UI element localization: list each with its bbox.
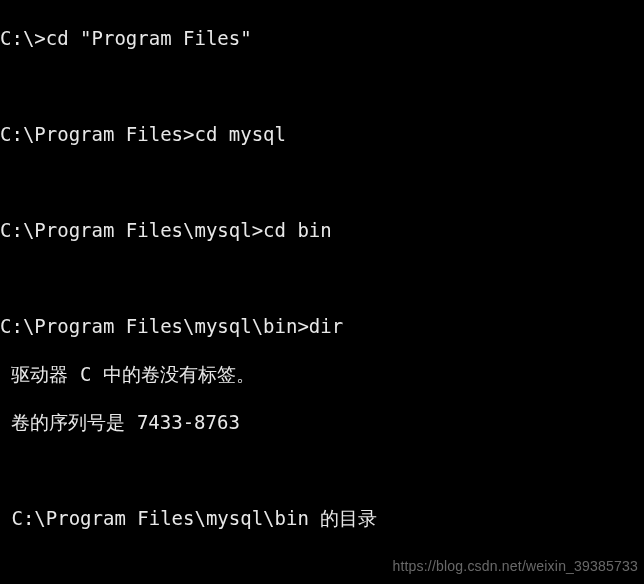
prompt: C:\Program Files> xyxy=(0,123,194,145)
cmd-line: C:\Program Files\mysql\bin>dir xyxy=(0,314,644,338)
command-text: cd mysql xyxy=(194,123,286,145)
command-text: cd "Program Files" xyxy=(46,27,252,49)
dir-volume-line: 驱动器 C 中的卷没有标签。 xyxy=(0,362,644,386)
prompt: C:\Program Files\mysql\bin> xyxy=(0,315,309,337)
prompt: C:\> xyxy=(0,27,46,49)
prompt: C:\Program Files\mysql> xyxy=(0,219,263,241)
dir-serial-line: 卷的序列号是 7433-8763 xyxy=(0,410,644,434)
cmd-line: C:\Program Files\mysql>cd bin xyxy=(0,218,644,242)
blank-line xyxy=(0,170,644,194)
cmd-line: C:\Program Files>cd mysql xyxy=(0,122,644,146)
command-text: cd bin xyxy=(263,219,332,241)
terminal-output[interactable]: C:\>cd "Program Files" C:\Program Files>… xyxy=(0,0,644,584)
cmd-line: C:\>cd "Program Files" xyxy=(0,26,644,50)
blank-line xyxy=(0,458,644,482)
blank-line xyxy=(0,554,644,578)
dir-path-line: C:\Program Files\mysql\bin 的目录 xyxy=(0,506,644,530)
blank-line xyxy=(0,266,644,290)
command-text: dir xyxy=(309,315,343,337)
blank-line xyxy=(0,74,644,98)
